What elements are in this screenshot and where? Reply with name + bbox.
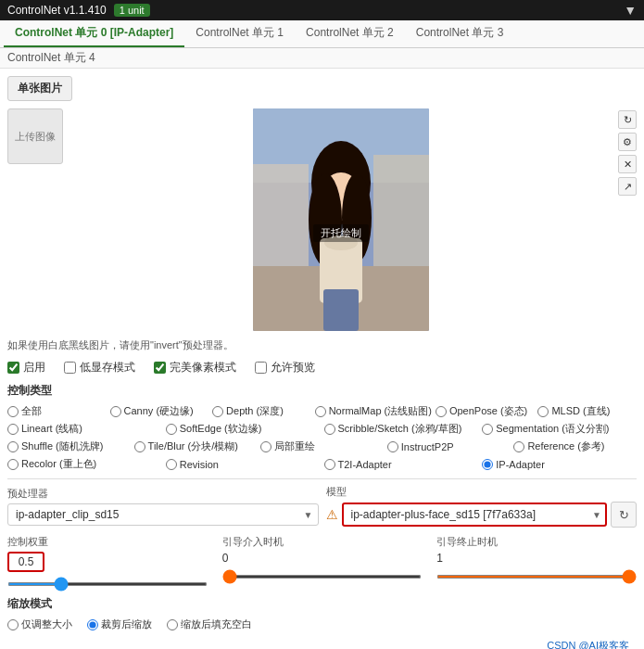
radio-segmentation-label: Segmentation (语义分割) — [496, 422, 609, 436]
scale-resize[interactable]: 仅调整大小 — [7, 617, 72, 631]
scale-fill-input[interactable] — [167, 619, 178, 630]
radio-lineart[interactable]: Lineart (线稿) — [7, 422, 162, 436]
lowvram-checkbox-item[interactable]: 低显存模式 — [64, 360, 135, 375]
model-select[interactable]: ip-adapter-plus-face_sd15 [7f7a633a] — [342, 503, 608, 527]
radio-segmentation[interactable]: Segmentation (语义分割) — [482, 422, 637, 436]
radio-recolor-label: Recolor (重上色) — [21, 457, 96, 471]
radio-canny[interactable]: Canny (硬边缘) — [110, 404, 209, 418]
scale-crop[interactable]: 裁剪后缩放 — [87, 617, 152, 631]
tab-controlnet-3[interactable]: ControlNet 单元 3 — [405, 20, 515, 47]
control-type-row3: Shuffle (随机洗牌) Tile/Blur (分块/模糊) 局部重绘 In… — [7, 439, 637, 453]
control-type-row4: Recolor (重上色) Revision T2I-Adapter IP-Ad… — [7, 457, 637, 471]
radio-reference-input[interactable] — [513, 441, 524, 452]
model-label: 模型 — [326, 485, 638, 499]
image-refresh-button[interactable]: ↻ — [618, 110, 637, 129]
radio-recolor-input[interactable] — [7, 459, 19, 470]
radio-depth-input[interactable] — [212, 406, 223, 417]
chevron-down-icon[interactable]: ▼ — [624, 3, 637, 18]
radio-revision-input[interactable] — [166, 459, 177, 470]
radio-inpaint[interactable]: 局部重绘 — [260, 439, 384, 453]
scale-crop-label: 裁剪后缩放 — [101, 617, 152, 631]
radio-t2iadapter[interactable]: T2I-Adapter — [324, 457, 479, 471]
radio-mlsd[interactable]: MLSD (直线) — [537, 404, 637, 418]
scale-fill-label: 缩放后填充空白 — [181, 617, 252, 631]
scale-resize-input[interactable] — [7, 619, 19, 630]
enable-checkbox-item[interactable]: 启用 — [7, 360, 45, 375]
perfectpixel-checkbox[interactable] — [154, 362, 166, 374]
image-close-button[interactable]: ✕ — [618, 155, 637, 173]
start-step-label: 引导介入时机 — [222, 535, 423, 549]
radio-scribble-input[interactable] — [324, 424, 335, 435]
radio-t2iadapter-input[interactable] — [324, 459, 335, 470]
radio-normalmap-input[interactable] — [315, 406, 326, 417]
enable-checkbox[interactable] — [7, 362, 19, 374]
radio-ipadapter-label: IP-Adapter — [496, 459, 545, 470]
tab-controlnet-2[interactable]: ControlNet 单元 2 — [295, 20, 405, 47]
radio-mlsd-input[interactable] — [537, 406, 549, 417]
image-preview-inner — [253, 108, 429, 331]
radio-normalmap-label: NormalMap (法线贴图) — [329, 404, 432, 418]
processor-col: 预处理器 ip-adapter_clip_sd15 ▼ — [7, 487, 319, 526]
main-content: 单张图片 上传图像 — [0, 69, 644, 649]
radio-softedge-input[interactable] — [166, 424, 177, 435]
image-section-header: 单张图片 — [7, 76, 72, 101]
allowpreview-checkbox-item[interactable]: 允许预览 — [255, 360, 315, 375]
radio-all[interactable]: 全部 — [7, 404, 107, 418]
radio-openpose[interactable]: OpenPose (姿态) — [436, 404, 535, 418]
model-refresh-button[interactable]: ↻ — [611, 502, 637, 528]
scale-fill[interactable]: 缩放后填充空白 — [167, 617, 252, 631]
image-controls-right: ↻ ⚙ ✕ ↗ — [618, 108, 637, 196]
control-weight-value[interactable]: 0.5 — [7, 552, 44, 572]
start-step-slider[interactable] — [222, 575, 423, 579]
perfectpixel-label: 完美像素模式 — [170, 360, 236, 375]
radio-lineart-input[interactable] — [7, 424, 19, 435]
tab-controlnet-1[interactable]: ControlNet 单元 1 — [184, 20, 295, 47]
scale-resize-label: 仅调整大小 — [21, 617, 72, 631]
model-col: 模型 ⚠ ip-adapter-plus-face_sd15 [7f7a633a… — [326, 485, 638, 528]
scale-crop-input[interactable] — [87, 619, 98, 630]
processor-select[interactable]: ip-adapter_clip_sd15 — [7, 503, 319, 526]
radio-canny-input[interactable] — [110, 406, 121, 417]
radio-all-label: 全部 — [21, 404, 42, 418]
radio-openpose-input[interactable] — [436, 406, 447, 417]
radio-inpaint-input[interactable] — [260, 441, 271, 452]
radio-instructp2p-label: InstructP2P — [401, 441, 454, 452]
control-weight-slider[interactable] — [7, 582, 208, 586]
image-thumbnail[interactable]: 上传图像 — [7, 108, 63, 164]
end-step-slider[interactable] — [436, 575, 637, 579]
allowpreview-checkbox[interactable] — [255, 362, 267, 374]
radio-all-input[interactable] — [7, 406, 19, 417]
radio-ipadapter[interactable]: IP-Adapter — [482, 457, 637, 471]
radio-softedge[interactable]: SoftEdge (软边缘) — [166, 422, 321, 436]
radio-shuffle-input[interactable] — [7, 441, 19, 452]
start-step-col: 引导介入时机 0 — [215, 535, 430, 581]
end-step-value: 1 — [436, 552, 443, 565]
sliders-container: 控制权重 0.5 引导介入时机 0 引导终止时机 1 — [7, 535, 637, 589]
radio-instructp2p[interactable]: InstructP2P — [387, 439, 511, 453]
radio-ipadapter-input[interactable] — [482, 459, 493, 470]
radio-reference[interactable]: Reference (参考) — [513, 439, 637, 453]
radio-normalmap[interactable]: NormalMap (法线贴图) — [315, 404, 432, 418]
perfectpixel-checkbox-item[interactable]: 完美像素模式 — [154, 360, 236, 375]
radio-segmentation-input[interactable] — [482, 424, 493, 435]
image-preview[interactable]: 开托绘制 — [253, 108, 429, 331]
radio-scribble[interactable]: Scribble/Sketch (涂鸦/草图) — [324, 422, 479, 436]
tab-controlnet-0[interactable]: ControlNet 单元 0 [IP-Adapter] — [4, 20, 184, 47]
scale-mode-section: 缩放模式 仅调整大小 裁剪后缩放 缩放后填充空白 — [7, 596, 637, 631]
radio-recolor[interactable]: Recolor (重上色) — [7, 457, 162, 471]
radio-tileblur-input[interactable] — [134, 441, 145, 452]
top-bar-left: ControlNet v1.1.410 1 unit — [7, 4, 150, 17]
lowvram-checkbox[interactable] — [64, 362, 76, 374]
image-expand-button[interactable]: ↗ — [618, 177, 637, 196]
radio-instructp2p-input[interactable] — [387, 441, 398, 452]
radio-shuffle[interactable]: Shuffle (随机洗牌) — [7, 439, 131, 453]
tab-controlnet-4[interactable]: ControlNet 单元 4 — [0, 48, 644, 69]
scale-mode-title: 缩放模式 — [7, 596, 637, 612]
radio-revision[interactable]: Revision — [166, 457, 321, 471]
divider-1 — [7, 478, 637, 479]
radio-tileblur[interactable]: Tile/Blur (分块/模糊) — [134, 439, 258, 453]
radio-shuffle-label: Shuffle (随机洗牌) — [21, 439, 103, 453]
image-settings-button[interactable]: ⚙ — [618, 133, 637, 151]
radio-depth[interactable]: Depth (深度) — [212, 404, 311, 418]
image-main-area: 开托绘制 — [70, 108, 611, 331]
